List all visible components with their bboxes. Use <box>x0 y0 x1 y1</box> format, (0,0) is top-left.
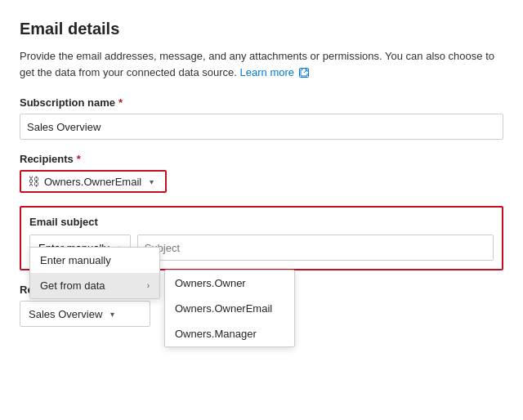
email-subject-input[interactable] <box>137 235 494 261</box>
recipients-chevron-icon: ▾ <box>150 177 154 186</box>
get-from-data-submenu: Owners.Owner Owners.OwnerEmail Owners.Ma… <box>164 270 295 347</box>
recipients-group: Recipients * ⛓ Owners.OwnerEmail ▾ <box>20 153 503 193</box>
submenu-item-owners-manager[interactable]: Owners.Manager <box>165 321 294 346</box>
page-title: Email details <box>20 20 503 38</box>
recipients-dropdown[interactable]: ⛓ Owners.OwnerEmail ▾ <box>20 170 167 193</box>
dropdown-item-enter-manually[interactable]: Enter manually <box>30 248 159 273</box>
learn-more-link[interactable]: Learn more <box>240 66 309 78</box>
submenu-item-owners-owner[interactable]: Owners.Owner <box>165 270 294 296</box>
subscription-name-required: * <box>118 96 123 109</box>
submenu-item-owners-owneremail[interactable]: Owners.OwnerEmail <box>165 296 294 321</box>
report-page-dropdown[interactable]: Sales Overview ▾ <box>20 301 150 327</box>
link-icon: ⛓ <box>28 175 39 188</box>
recipients-required: * <box>77 153 81 165</box>
get-from-data-chevron-icon: › <box>147 281 150 290</box>
external-link-icon <box>299 68 309 78</box>
subscription-name-label: Subscription name * <box>20 96 503 109</box>
recipients-label: Recipients * <box>20 153 503 165</box>
email-subject-dropdown-menu: Enter manually Get from data › <box>29 247 160 299</box>
report-page-value: Sales Overview <box>29 308 102 320</box>
report-page-chevron-icon: ▾ <box>110 310 114 319</box>
subscription-name-group: Subscription name * <box>20 96 503 140</box>
description: Provide the email addresses, message, an… <box>20 48 503 80</box>
email-subject-label: Email subject <box>29 216 494 228</box>
dropdown-item-get-from-data[interactable]: Get from data › <box>30 273 159 298</box>
email-subject-group: Email subject Enter manually ▾ Enter man… <box>20 206 503 270</box>
subscription-name-input[interactable] <box>20 114 503 140</box>
recipients-value: Owners.OwnerEmail <box>44 176 141 188</box>
